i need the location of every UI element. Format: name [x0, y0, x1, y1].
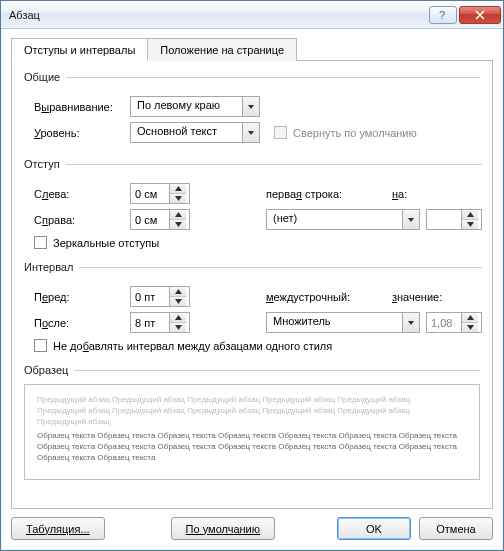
label-before: Перед: [34, 291, 124, 303]
label-right: Справа: [34, 214, 124, 226]
before-input[interactable] [131, 287, 169, 306]
cancel-button[interactable]: Отмена [419, 517, 493, 540]
nosame-checkbox[interactable]: Не добавлять интервал между абзацами одн… [34, 339, 482, 352]
spin-up[interactable] [170, 184, 186, 194]
legend-indent: Отступ [24, 158, 66, 170]
dropdown-button[interactable] [242, 97, 259, 116]
group-sample: Образец Предыдущий абзац Предыдущий абза… [24, 364, 480, 496]
chevron-down-icon [467, 325, 474, 330]
legend-sample: Образец [24, 364, 74, 376]
spin-down[interactable] [170, 220, 186, 229]
spin-up[interactable] [170, 210, 186, 220]
label-spacing-at: значение: [392, 291, 462, 303]
spin-up[interactable] [170, 287, 186, 297]
checkbox-box [274, 126, 287, 139]
paragraph-dialog: Абзац ? Отступы и интервалы Положение на… [0, 0, 504, 551]
alignment-combo[interactable]: По левому краю [130, 96, 260, 117]
label-alignment: Выравнивание: [34, 101, 124, 113]
chevron-up-icon [175, 315, 182, 320]
linespacing-combo[interactable]: Множитель [266, 312, 420, 333]
group-spacing: Интервал Перед: междустрочный: значение: [24, 261, 482, 354]
checkbox-box [34, 236, 47, 249]
legend-general: Общие [24, 71, 66, 83]
spacing-at-spinner[interactable] [426, 312, 482, 333]
window-title: Абзац [9, 9, 427, 21]
chevron-down-icon [175, 325, 182, 330]
chevron-down-icon [175, 222, 182, 227]
left-spinner[interactable] [130, 183, 190, 204]
tabpage-indents: Общие Выравнивание: По левому краю Урове… [11, 61, 493, 509]
right-spinner[interactable] [130, 209, 190, 230]
label-indent-by: на: [392, 188, 462, 200]
tab-position[interactable]: Положение на странице [147, 38, 297, 61]
spacing-at-input[interactable] [427, 313, 461, 332]
chevron-down-icon [467, 222, 474, 227]
mirror-checkbox[interactable]: Зеркальные отступы [34, 236, 482, 249]
chevron-down-icon [407, 319, 415, 327]
dropdown-button[interactable] [402, 313, 419, 332]
tabs-button[interactable]: Табуляция... [11, 517, 105, 540]
chevron-down-icon [247, 129, 255, 137]
dropdown-button[interactable] [402, 210, 419, 229]
chevron-down-icon [175, 299, 182, 304]
help-button[interactable]: ? [429, 6, 457, 24]
chevron-up-icon [175, 186, 182, 191]
button-row: Табуляция... По умолчанию OK Отмена [11, 509, 493, 540]
spin-down[interactable] [462, 220, 478, 229]
tab-indents[interactable]: Отступы и интервалы [11, 38, 148, 61]
level-combo[interactable]: Основной текст [130, 122, 260, 143]
close-button[interactable] [459, 6, 501, 24]
indent-by-spinner[interactable] [426, 209, 482, 230]
nosame-label: Не добавлять интервал между абзацами одн… [53, 340, 332, 352]
label-firstline: первая строка: [266, 188, 386, 200]
label-after: После: [34, 317, 124, 329]
dropdown-button[interactable] [242, 123, 259, 142]
spin-up[interactable] [462, 210, 478, 220]
chevron-down-icon [175, 196, 182, 201]
spin-up[interactable] [462, 313, 478, 323]
tabstrip: Отступы и интервалы Положение на страниц… [11, 37, 493, 61]
label-level: Уровень: [34, 127, 124, 139]
spin-down[interactable] [170, 323, 186, 332]
chevron-down-icon [247, 103, 255, 111]
dialog-client: Отступы и интервалы Положение на страниц… [1, 29, 503, 550]
preview-pane: Предыдущий абзац Предыдущий абзац Предыд… [24, 384, 480, 480]
after-spinner[interactable] [130, 312, 190, 333]
checkbox-box [34, 339, 47, 352]
spin-up[interactable] [170, 313, 186, 323]
firstline-combo[interactable]: (нет) [266, 209, 420, 230]
titlebar: Абзац ? [1, 1, 503, 29]
chevron-up-icon [467, 212, 474, 217]
right-input[interactable] [131, 210, 169, 229]
chevron-down-icon [407, 216, 415, 224]
chevron-up-icon [175, 212, 182, 217]
group-general: Общие Выравнивание: По левому краю Урове… [24, 71, 480, 148]
legend-spacing: Интервал [24, 261, 79, 273]
default-button[interactable]: По умолчанию [171, 517, 275, 540]
collapse-checkbox: Свернуть по умолчанию [274, 126, 417, 139]
label-left: Слева: [34, 188, 124, 200]
svg-text:?: ? [439, 9, 445, 21]
help-icon: ? [437, 9, 449, 21]
group-indent: Отступ Слева: первая строка: на: [24, 158, 482, 251]
spin-down[interactable] [170, 297, 186, 306]
label-linespacing: междустрочный: [266, 291, 386, 303]
close-icon [474, 9, 486, 21]
ok-button[interactable]: OK [337, 517, 411, 540]
left-input[interactable] [131, 184, 169, 203]
spin-down[interactable] [462, 323, 478, 332]
spin-down[interactable] [170, 194, 186, 203]
chevron-up-icon [467, 315, 474, 320]
chevron-up-icon [175, 289, 182, 294]
after-input[interactable] [131, 313, 169, 332]
indent-by-input[interactable] [427, 210, 461, 229]
before-spinner[interactable] [130, 286, 190, 307]
